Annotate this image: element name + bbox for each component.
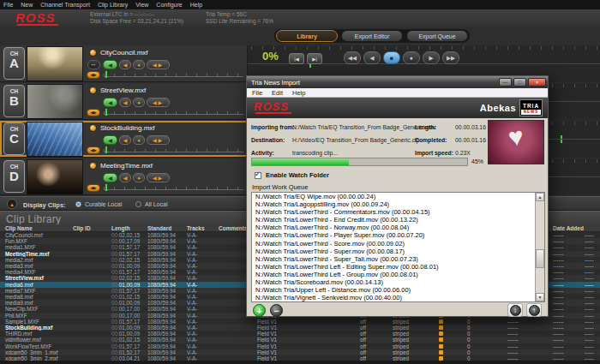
fast-forward-button[interactable]: ▶▶ xyxy=(442,51,459,64)
play-button[interactable]: ▶ xyxy=(423,51,440,64)
skip-end-button[interactable]: ▶| xyxy=(307,53,322,64)
table-row[interactable]: WorkFlowTest.MXF00:01,57,171080i/59.94V-… xyxy=(0,343,600,349)
scroll-up-button[interactable]: ▲ xyxy=(536,193,544,201)
queue-item[interactable]: N:/Watch Tria/LowerThird - Commentators.… xyxy=(252,208,544,216)
clip-position-marker[interactable] xyxy=(105,109,107,116)
shuttle-button[interactable]: ◀▶ xyxy=(147,60,170,69)
column-header-tracks[interactable]: Tracks xyxy=(187,225,205,231)
record-cue-button[interactable]: ● xyxy=(133,173,145,182)
channel-thumbnail-stockbuilding[interactable] xyxy=(27,122,83,157)
dialog-menu-file[interactable]: File xyxy=(252,89,262,97)
queue-item[interactable]: N:/Watch Tria/LowerThird - Super_Tall.mo… xyxy=(252,255,544,263)
record-cue-button[interactable]: ● xyxy=(133,98,145,107)
queue-item[interactable]: N:/Watch Tria/Vignett - Senkveld.mov (00… xyxy=(252,294,544,301)
table-row[interactable]: Sample1.MXF00:01,57,171080i/59.94V-A-Fie… xyxy=(0,319,600,325)
menu-item-view[interactable]: View xyxy=(135,2,148,8)
enable-watch-folder-checkbox[interactable]: ✓ xyxy=(255,172,261,179)
table-row[interactable]: StockBuilding.mxf00:01,00,091080i/59.94V… xyxy=(0,325,600,331)
cue-button[interactable]: ◀ xyxy=(119,173,131,182)
queue-item[interactable]: N:/Watch Tria/LowerThird - End Credit.mo… xyxy=(252,216,544,224)
horizontal-scrollbar[interactable] xyxy=(0,361,600,364)
dialog-menu-edit[interactable]: Edit xyxy=(272,89,283,97)
dialog-titlebar[interactable]: Tria News Import —□× xyxy=(247,76,548,88)
column-header-clip-id[interactable]: Clip ID xyxy=(73,225,91,231)
menu-item-new[interactable]: New xyxy=(21,2,33,8)
menu-item-channel-transport[interactable]: Channel Transport xyxy=(40,2,90,8)
reverse-play-button[interactable]: ◀ xyxy=(103,135,117,145)
channel-label-d[interactable]: CHD xyxy=(3,160,25,193)
scroll-down-button[interactable]: ▼ xyxy=(536,293,544,301)
radio-curable-local[interactable] xyxy=(75,201,81,207)
table-row[interactable]: xdcam50_3min_1.mxf00:01,52,171080i/59.94… xyxy=(0,349,600,355)
trim-button[interactable]: ◀▶ xyxy=(87,146,100,154)
queue-item[interactable]: N:/Watch Tria/LowerThird Left - Editing … xyxy=(252,263,544,271)
skip-start-button[interactable]: |◀ xyxy=(289,53,304,64)
column-header-length[interactable]: Length xyxy=(111,225,130,231)
menu-item-file[interactable]: File xyxy=(3,2,13,8)
clip-position-marker[interactable] xyxy=(105,184,107,191)
channel-thumbnail-streetview[interactable] xyxy=(27,84,83,119)
shuttle-button[interactable]: ◀▶ xyxy=(147,173,170,182)
trim-button[interactable]: ◀▶ xyxy=(87,184,100,192)
tab-library[interactable]: Library xyxy=(276,30,338,42)
import-work-queue-list[interactable]: N:/Watch Tria/EQ Wipe.mov (00.00.00.24)N… xyxy=(251,192,545,302)
queue-item[interactable]: N:/Watch Tria/LowerThird - Super.mov (00… xyxy=(252,248,544,255)
channel-thumbnail-citycouncil[interactable] xyxy=(27,46,83,81)
tab-export-editor[interactable]: Export Editor xyxy=(341,30,403,42)
add-clip-button[interactable]: + xyxy=(253,304,266,317)
record-cue-button[interactable]: ● xyxy=(133,60,145,69)
column-header-standard[interactable]: Standard xyxy=(147,225,171,231)
queue-item[interactable]: N:/Watch Tria/Upper Left - Distance.mov … xyxy=(252,286,544,294)
column-header-clip-name[interactable]: Clip Name xyxy=(5,225,33,231)
queue-item[interactable]: N:/Watch Tria/LowerThird Left - Group.mo… xyxy=(252,271,544,278)
queue-item[interactable]: N:/Watch Tria/EQ Wipe.mov (00.00.00.24) xyxy=(252,193,544,200)
table-row[interactable]: THIRD.mxf00:01,00,091080i/59.94V-A-Field… xyxy=(0,331,600,337)
close-button[interactable]: × xyxy=(528,78,546,87)
move-down-button[interactable]: ↓ xyxy=(507,303,523,317)
tab-export-queue[interactable]: Export Queue xyxy=(406,30,468,42)
reverse-play-button[interactable]: ◀ xyxy=(103,60,117,69)
playhead-marker[interactable] xyxy=(561,135,562,143)
menu-item-configure[interactable]: Configure xyxy=(156,2,182,8)
gang-button[interactable]: ▪▪ xyxy=(87,60,100,69)
clip-position-marker[interactable] xyxy=(105,146,107,153)
reverse-play-button[interactable]: ◀ xyxy=(103,98,117,107)
shuttle-button[interactable]: ◀▶ xyxy=(147,135,170,145)
dialog-menu-help[interactable]: Help xyxy=(292,89,305,97)
remove-clip-button[interactable]: − xyxy=(270,304,283,317)
cue-button[interactable]: ◀ xyxy=(119,60,131,69)
queue-item[interactable]: N:/Watch Tria/Scoreboard.mov (00.00.14.1… xyxy=(252,278,544,286)
queue-item[interactable]: N:/Watch Tria/Lagoppstilling.mov (00.00.… xyxy=(252,200,544,208)
column-header-date-added[interactable]: Date Added xyxy=(553,225,584,231)
enable-watch-folder-label[interactable]: Enable Watch Folder xyxy=(266,171,329,179)
record-cue-button[interactable]: ● xyxy=(133,135,145,145)
channel-thumbnail-meetingtime[interactable] xyxy=(27,159,83,194)
menu-item-help[interactable]: Help xyxy=(190,2,202,8)
trim-button[interactable]: ◀▶ xyxy=(87,71,100,79)
channel-label-a[interactable]: CHA xyxy=(3,47,25,80)
channel-label-c[interactable]: CHC xyxy=(3,122,25,155)
radio-label-curable-local[interactable]: Curable Local xyxy=(85,201,122,207)
rewind-button[interactable]: ◀◀ xyxy=(344,51,361,64)
channel-label-b[interactable]: CHB xyxy=(3,85,25,117)
cue-button[interactable]: ◀ xyxy=(119,135,131,145)
queue-scrollbar[interactable]: ▲ ▼ xyxy=(535,193,544,301)
queue-item[interactable]: N:/Watch Tria/LowerThird - Player Super.… xyxy=(252,231,544,239)
table-row[interactable]: vidmflower.mxf00:01,02,151080i/59.94V-A-… xyxy=(0,337,600,343)
queue-item[interactable]: N:/Watch Tria/LowerThird - Norway.mov (0… xyxy=(252,224,544,231)
shuttle-button[interactable]: ◀▶ xyxy=(147,98,170,107)
record-button[interactable]: ● xyxy=(403,51,420,64)
clip-position-marker[interactable] xyxy=(105,71,107,78)
minimize-button[interactable]: — xyxy=(499,78,512,87)
cue-button[interactable]: ◀ xyxy=(119,98,131,107)
play-reverse-button[interactable]: ◀ xyxy=(363,51,381,64)
scrollbar-thumb[interactable] xyxy=(536,249,544,268)
stop-button[interactable]: ■ xyxy=(383,51,400,64)
move-up-button[interactable]: ↑ xyxy=(526,303,542,317)
column-header-comments[interactable]: Comments xyxy=(219,225,248,231)
radio-all-local[interactable] xyxy=(135,201,141,207)
trim-button[interactable]: ◀▶ xyxy=(87,109,100,116)
queue-item[interactable]: N:/Watch Tria/LowerThird - Score.mov (00… xyxy=(252,240,544,248)
reverse-play-button[interactable]: ◀ xyxy=(103,173,117,182)
maximize-button[interactable]: □ xyxy=(513,78,526,87)
